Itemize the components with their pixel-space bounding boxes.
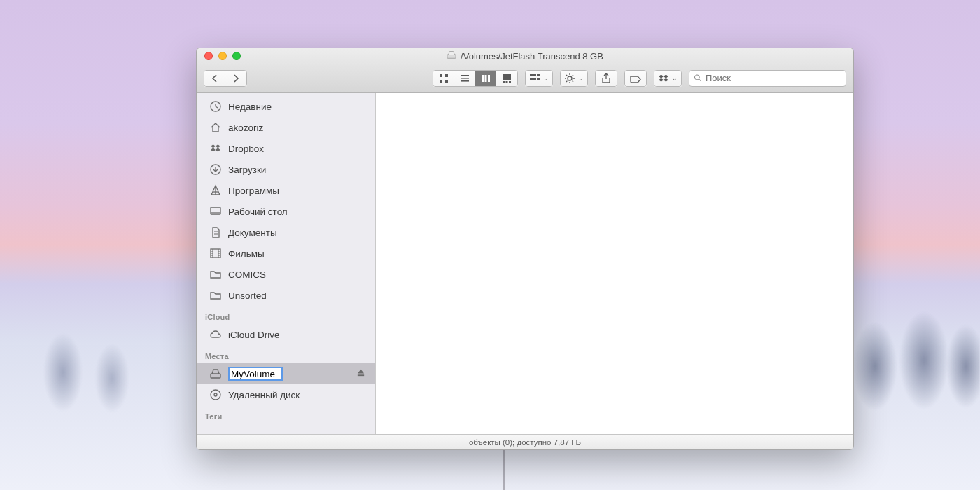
home-icon: [209, 121, 222, 134]
svg-rect-48: [358, 374, 364, 376]
svg-rect-1: [440, 74, 442, 77]
volume-rename-input[interactable]: [228, 367, 283, 381]
sidebar: Недавние akozoriz Dropbox Загрузки Прогр…: [197, 93, 376, 434]
folder-icon: [209, 268, 222, 281]
svg-rect-7: [461, 80, 469, 82]
status-bar: объекты (0); доступно 7,87 ГБ: [197, 434, 853, 449]
drive-icon: [209, 368, 222, 380]
eject-icon[interactable]: [356, 368, 365, 379]
svg-rect-13: [506, 81, 508, 83]
back-button[interactable]: [204, 71, 225, 86]
svg-rect-3: [440, 80, 442, 83]
apps-icon: [209, 184, 222, 197]
dropbox-icon: [209, 142, 222, 155]
column-view-button[interactable]: [475, 71, 496, 86]
view-switcher: [433, 70, 518, 87]
svg-rect-11: [503, 74, 511, 80]
sidebar-item-dropbox[interactable]: Dropbox: [197, 138, 375, 159]
close-button[interactable]: [204, 52, 213, 60]
gallery-view-button[interactable]: [496, 71, 517, 86]
sidebar-item-myvolume[interactable]: [197, 363, 375, 384]
sidebar-section-places: Места: [197, 345, 375, 363]
tags-group: [624, 70, 647, 87]
sidebar-item-remote-disc[interactable]: Удаленный диск: [197, 384, 375, 405]
sidebar-item-home[interactable]: akozoriz: [197, 117, 375, 138]
sidebar-item-label: akozoriz: [228, 122, 263, 133]
forward-button[interactable]: [225, 71, 246, 86]
sidebar-item-label: COMICS: [228, 270, 266, 280]
minimize-button[interactable]: [218, 52, 227, 60]
tags-button[interactable]: [625, 71, 646, 86]
svg-line-27: [573, 80, 573, 81]
svg-rect-16: [533, 74, 536, 76]
documents-icon: [209, 226, 222, 239]
list-view-button[interactable]: [454, 71, 475, 86]
svg-point-50: [214, 393, 217, 396]
sidebar-item-movies[interactable]: Фильмы: [197, 243, 375, 264]
drive-icon: [447, 50, 456, 62]
svg-rect-2: [445, 74, 448, 77]
window-body: Недавние akozoriz Dropbox Загрузки Прогр…: [197, 93, 853, 434]
column-2[interactable]: [615, 93, 854, 434]
sidebar-item-downloads[interactable]: Загрузки: [197, 159, 375, 180]
svg-rect-14: [509, 81, 511, 83]
disc-icon: [209, 388, 222, 401]
sidebar-item-desktop[interactable]: Рабочий стол: [197, 201, 375, 222]
sidebar-item-label: Фильмы: [228, 248, 265, 259]
search-field[interactable]: [689, 70, 846, 87]
sidebar-item-icloud-drive[interactable]: iCloud Drive: [197, 324, 375, 345]
status-text: объекты (0); доступно 7,87 ГБ: [469, 438, 581, 447]
zoom-button[interactable]: [232, 52, 241, 60]
sidebar-item-apps[interactable]: Программы: [197, 180, 375, 201]
svg-point-49: [211, 390, 220, 400]
sidebar-item-comics[interactable]: COMICS: [197, 264, 375, 285]
sidebar-item-documents[interactable]: Документы: [197, 222, 375, 243]
movies-icon: [209, 247, 222, 260]
sidebar-item-unsorted[interactable]: Unsorted: [197, 285, 375, 306]
sidebar-item-label: Документы: [228, 227, 277, 238]
traffic-lights: [204, 52, 241, 60]
sidebar-item-label: Недавние: [228, 102, 272, 112]
svg-rect-20: [537, 78, 540, 80]
arrange-button[interactable]: ⌄: [526, 71, 552, 86]
sidebar-item-label: Dropbox: [228, 144, 264, 154]
svg-line-31: [699, 79, 701, 81]
cloud-icon: [209, 328, 222, 341]
dropbox-button[interactable]: ⌄: [654, 71, 681, 86]
svg-line-28: [566, 80, 567, 81]
share-button[interactable]: [596, 71, 617, 86]
svg-rect-12: [503, 81, 505, 83]
clock-icon: [209, 100, 222, 113]
window-title: /Volumes/JetFlash Transcend 8 GB: [461, 51, 603, 62]
svg-point-21: [568, 76, 572, 80]
search-input[interactable]: [706, 73, 841, 83]
svg-rect-15: [530, 74, 533, 76]
sidebar-section-tags: Теги: [197, 405, 375, 424]
svg-rect-5: [461, 75, 469, 76]
sidebar-item-label: Unsorted: [228, 290, 267, 301]
svg-rect-8: [482, 75, 484, 82]
sidebar-item-label: Рабочий стол: [228, 206, 288, 217]
toolbar: ⌄ ⌄ ⌄: [197, 64, 853, 93]
sidebar-item-label: Загрузки: [228, 164, 266, 175]
svg-rect-10: [488, 75, 490, 82]
titlebar[interactable]: /Volumes/JetFlash Transcend 8 GB: [197, 48, 853, 64]
downloads-icon: [209, 163, 222, 176]
nav-buttons: [204, 70, 247, 87]
svg-rect-6: [461, 78, 469, 79]
content-area: [376, 93, 853, 434]
icon-view-button[interactable]: [433, 71, 454, 86]
svg-rect-47: [211, 374, 220, 378]
sidebar-item-label: Программы: [228, 186, 279, 196]
desktop-icon: [209, 205, 222, 218]
column-1[interactable]: [376, 93, 615, 434]
share-group: [595, 70, 617, 87]
arrange-group: ⌄: [525, 70, 553, 87]
dropbox-group: ⌄: [654, 70, 682, 87]
search-icon: [694, 74, 702, 83]
action-group: ⌄: [560, 70, 588, 87]
svg-line-26: [566, 75, 567, 76]
action-button[interactable]: ⌄: [561, 71, 587, 86]
sidebar-item-recent[interactable]: Недавние: [197, 96, 375, 117]
sidebar-item-label: iCloud Drive: [228, 330, 280, 340]
